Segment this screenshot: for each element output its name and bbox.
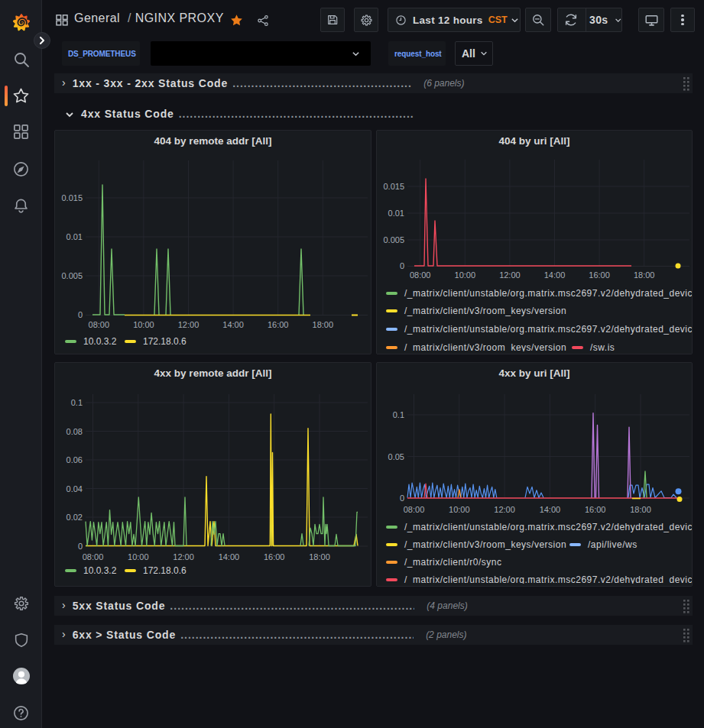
svg-text:/_matrix/client/unstable/org.m: /_matrix/client/unstable/org.matrix.msc2…: [404, 288, 693, 299]
svg-text:12:00: 12:00: [494, 505, 515, 514]
svg-text:0.04: 0.04: [67, 484, 83, 493]
svg-text:0.015: 0.015: [61, 193, 83, 202]
svg-text:0.05: 0.05: [388, 452, 404, 461]
svg-text:0.08: 0.08: [67, 427, 83, 436]
svg-text:0.1: 0.1: [71, 398, 83, 407]
svg-text:/_matrix/client/unstable/org.m: /_matrix/client/unstable/org.matrix.msc2…: [404, 522, 693, 532]
svg-text:/_matrix/client/r0/sync: /_matrix/client/r0/sync: [404, 557, 502, 568]
svg-text:10:00: 10:00: [449, 505, 470, 514]
svg-text:14:00: 14:00: [219, 552, 240, 561]
svg-text:/sw.is: /sw.is: [590, 342, 615, 353]
svg-text:0.015: 0.015: [383, 182, 404, 191]
svg-text:0: 0: [400, 261, 404, 270]
svg-text:0: 0: [78, 542, 83, 551]
svg-text:0.02: 0.02: [67, 513, 83, 522]
svg-text:12:00: 12:00: [173, 552, 194, 561]
svg-text:12:00: 12:00: [178, 320, 200, 329]
svg-text:0.005: 0.005: [383, 235, 404, 244]
svg-text:/_matrix/client/v3/room_keys/v: /_matrix/client/v3/room_keys/version: [404, 342, 566, 353]
svg-text:0: 0: [78, 310, 83, 319]
svg-text:/_matrix/client/unstable/org.m: /_matrix/client/unstable/org.matrix.msc2…: [404, 574, 693, 585]
svg-text:/_matrix/client/v3/room_keys/v: /_matrix/client/v3/room_keys/version: [404, 306, 566, 316]
svg-text:10:00: 10:00: [133, 320, 154, 329]
svg-text:16:00: 16:00: [264, 552, 285, 561]
svg-text:10.0.3.2: 10.0.3.2: [83, 336, 117, 347]
svg-text:18:00: 18:00: [309, 552, 330, 561]
svg-text:0.01: 0.01: [67, 232, 83, 241]
svg-text:/_matrix/client/unstable/org.m: /_matrix/client/unstable/org.matrix.msc2…: [404, 324, 693, 335]
svg-text:16:00: 16:00: [268, 320, 289, 329]
svg-text:08:00: 08:00: [83, 552, 104, 561]
svg-text:10:00: 10:00: [128, 552, 149, 561]
svg-text:/api/live/ws: /api/live/ws: [588, 539, 637, 550]
svg-text:16:00: 16:00: [589, 270, 610, 280]
svg-text:18:00: 18:00: [630, 505, 651, 514]
svg-text:18:00: 18:00: [634, 270, 655, 280]
svg-text:0.06: 0.06: [67, 455, 83, 464]
svg-text:14:00: 14:00: [540, 505, 561, 514]
svg-text:172.18.0.6: 172.18.0.6: [143, 565, 187, 576]
svg-text:10.0.3.2: 10.0.3.2: [83, 565, 117, 576]
svg-text:18:00: 18:00: [313, 320, 334, 329]
svg-text:08:00: 08:00: [404, 505, 425, 514]
svg-text:/_matrix/client/v3/room_keys/v: /_matrix/client/v3/room_keys/version: [404, 539, 566, 550]
svg-text:14:00: 14:00: [222, 320, 244, 329]
svg-text:172.18.0.6: 172.18.0.6: [143, 336, 187, 347]
svg-text:14:00: 14:00: [544, 270, 566, 280]
svg-text:0: 0: [400, 493, 404, 503]
svg-text:0.005: 0.005: [61, 271, 83, 280]
svg-text:12:00: 12:00: [499, 270, 521, 280]
svg-text:10:00: 10:00: [455, 270, 476, 280]
svg-text:08:00: 08:00: [410, 270, 431, 280]
svg-text:0.1: 0.1: [393, 410, 404, 419]
svg-text:08:00: 08:00: [89, 320, 110, 329]
svg-text:16:00: 16:00: [585, 505, 606, 514]
svg-text:0.01: 0.01: [388, 209, 404, 218]
